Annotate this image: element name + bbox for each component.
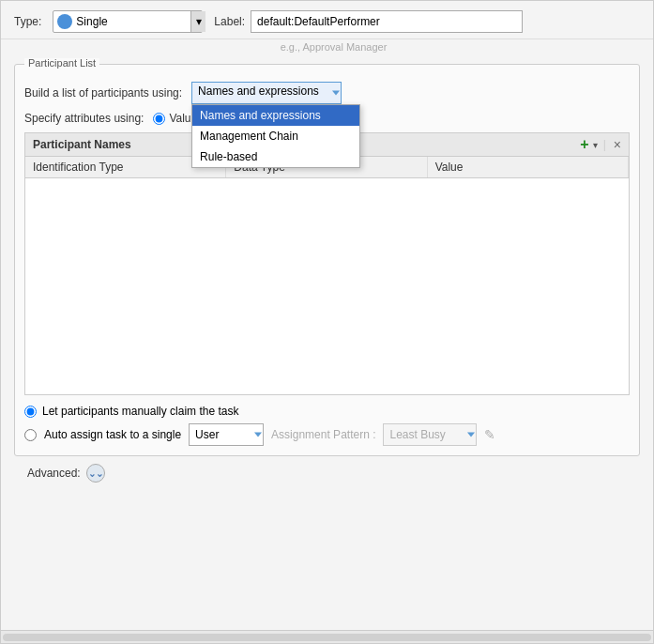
- assign-type-select[interactable]: User Group Role: [189, 423, 264, 446]
- remove-button[interactable]: ×: [614, 137, 621, 152]
- manual-claim-radio[interactable]: [24, 406, 37, 418]
- auto-assign-radio[interactable]: [24, 429, 37, 441]
- edit-button[interactable]: ✎: [484, 427, 495, 442]
- build-list-label: Build a list of participants using:: [24, 86, 182, 100]
- assign-type-wrapper[interactable]: User Group Role: [189, 423, 264, 446]
- content-area: Participant List Build a list of partici…: [1, 58, 653, 630]
- participant-names-box: Participant Names + ▾ | × Identification…: [24, 132, 630, 395]
- build-list-popup: Names and expressions Management Chain R…: [191, 104, 360, 168]
- table-body: [25, 178, 629, 394]
- dropdown-item-names[interactable]: Names and expressions: [192, 105, 359, 126]
- top-bar: Type: Single ▾ Label:: [1, 1, 653, 39]
- manual-claim-row: Let participants manually claim the task: [24, 405, 630, 418]
- type-select-wrapper[interactable]: Single ▾: [53, 10, 203, 33]
- main-container: Type: Single ▾ Label: e.g., Approval Man…: [0, 0, 654, 644]
- scrollbar-track[interactable]: [3, 634, 651, 641]
- pattern-select-wrapper[interactable]: Least Busy Round Robin Random: [383, 423, 477, 446]
- header-actions: + ▾ | ×: [580, 137, 621, 152]
- manual-claim-label: Let participants manually claim the task: [42, 405, 238, 418]
- build-list-dropdown-display[interactable]: Names and expressions: [191, 82, 342, 104]
- col-value: Value: [428, 157, 629, 177]
- dropdown-item-rule[interactable]: Rule-based: [192, 146, 359, 167]
- label-input[interactable]: [251, 10, 523, 33]
- auto-assign-row: Auto assign task to a single User Group …: [24, 423, 630, 446]
- add-dropdown-arrow[interactable]: ▾: [593, 140, 598, 150]
- label-section: Label:: [214, 10, 523, 33]
- group-legend: Participant List: [24, 58, 99, 69]
- specify-label: Specify attributes using:: [24, 112, 144, 125]
- auto-assign-label: Auto assign task to a single: [44, 428, 181, 441]
- advanced-label: Advanced:: [27, 467, 81, 480]
- assignment-pattern-label: Assignment Pattern :: [271, 428, 375, 441]
- pattern-select[interactable]: Least Busy Round Robin Random: [383, 423, 477, 446]
- advanced-toggle-button[interactable]: ⌄⌄: [86, 464, 105, 483]
- type-selected-text: Single: [76, 15, 198, 28]
- bottom-section: Let participants manually claim the task…: [24, 405, 630, 446]
- radio-value-based-input[interactable]: [153, 113, 165, 125]
- participant-list-group: Participant List Build a list of partici…: [14, 64, 640, 456]
- build-list-selected: Names and expressions: [198, 84, 319, 98]
- type-label: Type:: [14, 15, 41, 28]
- participant-names-title: Participant Names: [33, 138, 131, 151]
- advanced-section: Advanced: ⌄⌄: [14, 456, 640, 490]
- label-text: Label:: [214, 15, 245, 28]
- user-icon: [57, 14, 72, 29]
- label-placeholder: e.g., Approval Manager: [14, 39, 653, 58]
- dropdown-item-management[interactable]: Management Chain: [192, 126, 359, 146]
- add-button[interactable]: +: [580, 137, 588, 152]
- build-list-dropdown-wrapper[interactable]: Names and expressions Names and expressi…: [191, 82, 342, 104]
- bottom-scrollbar[interactable]: [1, 630, 653, 643]
- type-dropdown-arrow[interactable]: ▾: [190, 11, 205, 32]
- build-list-row: Build a list of participants using: Name…: [24, 82, 630, 104]
